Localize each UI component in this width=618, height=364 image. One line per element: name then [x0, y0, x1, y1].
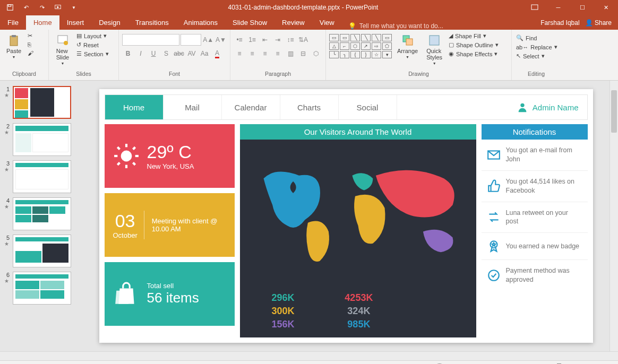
- slide-thumbnail-2[interactable]: 2★: [0, 121, 82, 158]
- slide-canvas[interactable]: Home Mail Calendar Charts Social Admin N…: [82, 81, 610, 351]
- shapes-gallery[interactable]: ▭▭╲╲╲▭ △⌐⬡↗⇨⬠ ╰╮{}☆▾: [329, 32, 392, 71]
- tell-me-search[interactable]: 💡 Tell me what you want to do...: [348, 22, 443, 30]
- svg-point-12: [121, 151, 132, 162]
- drawing-group-label: Drawing: [329, 71, 508, 78]
- slide-thumbnail-3[interactable]: 3★: [0, 158, 82, 195]
- weather-card: 29º CNew York, USA: [105, 124, 235, 188]
- user-name[interactable]: Farshad Iqbal: [540, 19, 579, 27]
- align-left-button[interactable]: ≡: [234, 48, 245, 59]
- italic-button[interactable]: I: [135, 48, 147, 59]
- dashboard-tab-charts[interactable]: Charts: [280, 95, 339, 119]
- tab-transitions[interactable]: Transitions: [128, 15, 176, 30]
- slide-thumbnail-4[interactable]: 4★: [0, 195, 82, 232]
- columns-button[interactable]: ▥: [285, 48, 296, 59]
- indent-increase-button[interactable]: ⇥: [272, 34, 284, 46]
- paste-button[interactable]: Paste▼: [3, 32, 24, 71]
- section-button[interactable]: ☰ Section ▾: [75, 50, 110, 58]
- vertical-scrollbar[interactable]: [610, 81, 618, 351]
- sun-icon: [113, 143, 140, 169]
- stat-3: 300K: [246, 306, 320, 317]
- find-button[interactable]: 🔍 Find: [515, 34, 557, 42]
- tab-view[interactable]: View: [312, 15, 342, 30]
- new-slide-button[interactable]: New Slide▼: [52, 32, 73, 71]
- replace-button[interactable]: ab↔ Replace ▾: [515, 43, 557, 51]
- slide-thumbnail-1[interactable]: 1★: [0, 84, 82, 121]
- align-text-button[interactable]: ⊟: [297, 48, 309, 59]
- smartart-button[interactable]: ⬡: [310, 48, 322, 59]
- change-case-button[interactable]: Aa: [199, 48, 210, 59]
- thumbs-up-icon: [487, 179, 501, 193]
- svg-rect-10: [430, 36, 439, 45]
- cut-button[interactable]: ✂: [27, 32, 35, 40]
- editing-group-label: Editing: [515, 71, 557, 78]
- tab-slideshow[interactable]: Slide Show: [225, 15, 274, 30]
- select-button[interactable]: ↖ Select ▾: [515, 52, 557, 60]
- tab-review[interactable]: Review: [274, 15, 312, 30]
- align-right-button[interactable]: ≡: [259, 48, 271, 59]
- tab-insert[interactable]: Insert: [59, 15, 92, 30]
- font-size-select[interactable]: [181, 34, 201, 46]
- slide-thumbnail-6[interactable]: 6★: [0, 270, 82, 307]
- text-direction-button[interactable]: ⇅A: [297, 34, 309, 46]
- check-circle-icon: [487, 268, 501, 282]
- dashboard-tab-mail[interactable]: Mail: [164, 95, 222, 119]
- line-spacing-button[interactable]: ↕≡: [285, 34, 296, 46]
- dashboard-tab-calendar[interactable]: Calendar: [222, 95, 280, 119]
- bullets-button[interactable]: •≡: [234, 34, 245, 46]
- numbering-button[interactable]: 1≡: [246, 34, 258, 46]
- svg-rect-5: [12, 35, 16, 37]
- horizontal-scrollbar[interactable]: [0, 351, 618, 360]
- ribbon-tabs: File Home Insert Design Transitions Anim…: [0, 15, 618, 30]
- copy-button[interactable]: ⎘: [27, 41, 35, 48]
- notification-item: You earned a new badge: [482, 233, 588, 260]
- font-family-select[interactable]: [122, 34, 179, 46]
- admin-profile[interactable]: Admin Name: [508, 95, 587, 119]
- strikethrough-button[interactable]: abc: [173, 48, 185, 59]
- dashboard-tab-home[interactable]: Home: [105, 95, 164, 119]
- visitors-card: Our Visitors Around The World: [240, 124, 476, 337]
- layout-button[interactable]: ▤ Layout ▾: [75, 32, 110, 40]
- decrease-font-icon[interactable]: A▼: [215, 34, 227, 46]
- qat-dropdown-icon[interactable]: ▼: [67, 1, 81, 14]
- arrange-button[interactable]: Arrange▼: [394, 32, 421, 71]
- format-painter-button[interactable]: 🖌: [27, 49, 35, 57]
- reset-button[interactable]: ↺ Reset: [75, 41, 110, 49]
- retweet-icon: [487, 210, 501, 224]
- undo-icon[interactable]: ↶: [19, 1, 33, 14]
- shadow-button[interactable]: S: [160, 48, 172, 59]
- shape-effects-button[interactable]: ◉ Shape Effects ▾: [448, 50, 500, 58]
- tab-design[interactable]: Design: [91, 15, 127, 30]
- svg-line-18: [133, 163, 135, 165]
- font-color-button[interactable]: A: [211, 48, 223, 59]
- slide-thumbnail-5[interactable]: 5★: [0, 232, 82, 270]
- indent-decrease-button[interactable]: ⇤: [259, 34, 271, 46]
- dashboard-tabs: Home Mail Calendar Charts Social Admin N…: [105, 94, 588, 120]
- close-icon[interactable]: ✕: [594, 0, 618, 15]
- start-from-beginning-icon[interactable]: [51, 1, 65, 14]
- minimize-icon[interactable]: ─: [546, 0, 570, 15]
- redo-icon[interactable]: ↷: [35, 1, 49, 14]
- maximize-icon[interactable]: ☐: [570, 0, 594, 15]
- shape-fill-button[interactable]: ◢ Shape Fill ▾: [448, 32, 500, 40]
- justify-button[interactable]: ≡: [272, 48, 284, 59]
- increase-font-icon[interactable]: A▲: [202, 34, 214, 46]
- tab-file[interactable]: File: [0, 15, 26, 30]
- stat-1: 296K: [246, 292, 320, 304]
- tab-home[interactable]: Home: [26, 15, 59, 30]
- underline-button[interactable]: U: [148, 48, 159, 59]
- notification-item: Luna retweet on your post: [482, 202, 588, 233]
- shopping-bag-icon: [113, 281, 140, 307]
- ribbon-display-icon[interactable]: [522, 0, 546, 15]
- shape-outline-button[interactable]: ▢ Shape Outline ▾: [448, 41, 500, 49]
- badge-icon: [487, 239, 501, 253]
- align-center-button[interactable]: ≡: [246, 48, 258, 59]
- svg-point-23: [488, 270, 499, 281]
- tab-animations[interactable]: Animations: [176, 15, 225, 30]
- bold-button[interactable]: B: [122, 48, 134, 59]
- dashboard-tab-social[interactable]: Social: [339, 95, 397, 119]
- slide-thumbnails-panel[interactable]: 1★ 2★ 3★ 4★ 5★ 6★: [0, 81, 82, 351]
- spacing-button[interactable]: AV: [186, 48, 198, 59]
- save-icon[interactable]: [3, 1, 17, 14]
- quick-styles-button[interactable]: Quick Styles▼: [423, 32, 445, 71]
- share-button[interactable]: 👤 Share: [585, 19, 612, 27]
